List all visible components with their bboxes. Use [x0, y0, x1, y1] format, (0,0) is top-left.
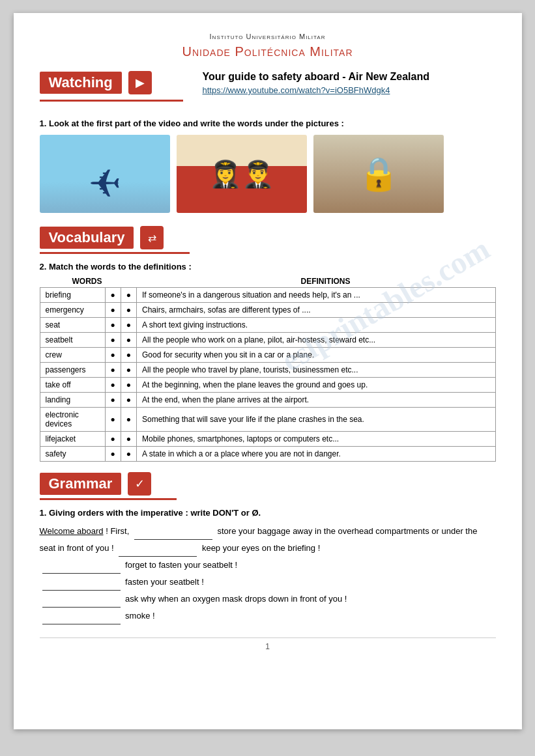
word-cell: safety [40, 447, 105, 462]
grammar-label: Grammar [40, 473, 122, 495]
definition-cell: Something that will save your life if th… [137, 408, 496, 432]
word-cell: take off [40, 378, 105, 393]
blank-4 [42, 590, 121, 591]
dot-left: ● [105, 378, 121, 393]
definition-cell: Good for security when you sit in a car … [137, 348, 496, 363]
word-cell: crew [40, 348, 105, 363]
table-row: seatbelt●●All the people who work on a p… [40, 333, 495, 348]
watching-label: Watching [40, 72, 122, 94]
dot-right: ● [121, 408, 136, 432]
word-cell: lifejacket [40, 432, 105, 447]
col-defs-header: DEFINITIONS [161, 277, 491, 286]
vocab-underline [40, 252, 190, 254]
word-cell: briefing [40, 288, 105, 303]
match-title: 2. Match the words to the definitions : [40, 262, 496, 272]
col-words-header: WORDS [45, 277, 130, 286]
table-row: landing●●At the end, when the plane arri… [40, 393, 495, 408]
dot-right: ● [121, 333, 136, 348]
page: eslprintables.com Instituto Universitári… [14, 13, 522, 729]
watching-right: Your guide to safety aboard - Air New Ze… [203, 71, 496, 104]
dot-left: ● [105, 288, 121, 303]
dot-right: ● [121, 393, 136, 408]
blank-5 [42, 607, 121, 608]
guide-link[interactable]: https://www.youtube.com/watch?v=iO5BFhWd… [203, 85, 496, 95]
word-cell: landing [40, 393, 105, 408]
welcome-board: Welcome aboard [40, 526, 104, 536]
dot-left: ● [105, 303, 121, 318]
watching-icon: ▶ [128, 71, 152, 94]
table-row: passengers●●All the people who travel by… [40, 363, 495, 378]
images-row [40, 135, 496, 213]
blank-6 [42, 624, 121, 624]
dot-right: ● [121, 378, 136, 393]
dot-left: ● [105, 432, 121, 447]
grammar-sentence-4: ask why when an oxygen mask drops down i… [40, 594, 347, 604]
watching-underline [40, 100, 183, 102]
table-row: briefing●●If someone's in a dangerous si… [40, 288, 495, 303]
dot-left: ● [105, 393, 121, 408]
dot-left: ● [105, 333, 121, 348]
dot-right: ● [121, 303, 136, 318]
vocab-table: briefing●●If someone's in a dangerous si… [40, 287, 496, 462]
grammar-text: Welcome aboard ! First, store your bagga… [40, 523, 496, 624]
watching-section: Watching ▶ Your guide to safety aboard -… [40, 71, 496, 109]
table-row: electronic devices●●Something that will … [40, 408, 495, 432]
vocab-icon: ⇄ [140, 226, 164, 249]
word-cell: passengers [40, 363, 105, 378]
dot-right: ● [121, 348, 136, 363]
dot-left: ● [105, 363, 121, 378]
word-cell: electronic devices [40, 408, 105, 432]
unit-title: Unidade Politécnica Militar [40, 44, 496, 59]
dot-right: ● [121, 318, 136, 333]
definition-cell: All the people who work on a plane, pilo… [137, 333, 496, 348]
word-cell: seatbelt [40, 333, 105, 348]
dot-left: ● [105, 447, 121, 462]
definition-cell: If someone's in a dangerous situation an… [137, 288, 496, 303]
institution-name: Instituto Universitário Militar [40, 33, 496, 40]
table-row: emergency●●Chairs, armchairs, sofas are … [40, 303, 495, 318]
definition-cell: All the people who travel by plane, tour… [137, 363, 496, 378]
blank-2 [119, 556, 197, 557]
definition-cell: Chairs, armchairs, sofas are different t… [137, 303, 496, 318]
dot-right: ● [121, 363, 136, 378]
table-row: take off●●At the beginning, when the pla… [40, 378, 495, 393]
grammar-icon: ✓ [128, 472, 151, 496]
grammar-instruction: 1. Giving orders with the imperative : w… [40, 508, 496, 518]
dot-left: ● [105, 318, 121, 333]
grammar-header: Grammar ✓ [40, 472, 496, 496]
watching-header: Watching ▶ [40, 71, 152, 94]
grammar-section: Grammar ✓ 1. Giving orders with the impe… [40, 472, 496, 624]
word-cell: seat [40, 318, 105, 333]
airplane-image [40, 135, 170, 213]
dot-right: ● [121, 288, 136, 303]
grammar-sentence-3: fasten your seatbelt ! [40, 577, 204, 587]
dot-right: ● [121, 432, 136, 447]
dot-left: ● [105, 408, 121, 432]
definition-cell: At the beginning, when the plane leaves … [137, 378, 496, 393]
vocabulary-section: Vocabulary ⇄ 2. Match the words to the d… [40, 226, 496, 462]
dot-left: ● [105, 348, 121, 363]
definition-cell: Mobile phones, smartphones, laptops or c… [137, 432, 496, 447]
grammar-sentence-5: smoke ! [40, 611, 155, 621]
table-row: safety●●A state in which a or a place wh… [40, 447, 495, 462]
staff-image [177, 135, 307, 213]
blank-3 [42, 573, 121, 574]
blank-1 [134, 539, 212, 540]
grammar-underline [40, 498, 177, 500]
seatbelt-image [313, 135, 444, 213]
definition-cell: At the end, when the plane arrives at th… [137, 393, 496, 408]
vocab-header: Vocabulary ⇄ [40, 226, 496, 249]
watch-instruction: 1. Look at the first part of the video a… [40, 119, 496, 128]
grammar-sentence-1: ! First, store your baggage away in the … [40, 526, 478, 553]
word-cell: emergency [40, 303, 105, 318]
table-row: crew●●Good for security when you sit in … [40, 348, 495, 363]
match-headers: WORDS DEFINITIONS [40, 277, 496, 286]
table-row: lifejacket●●Mobile phones, smartphones, … [40, 432, 495, 447]
dot-right: ● [121, 447, 136, 462]
page-number: 1 [40, 637, 496, 651]
table-row: seat●●A short text giving instructions. [40, 318, 495, 333]
guide-title: Your guide to safety aboard - Air New Ze… [203, 71, 496, 83]
definition-cell: A state in which a or a place where you … [137, 447, 496, 462]
definition-cell: A short text giving instructions. [137, 318, 496, 333]
watching-left: Watching ▶ [40, 71, 183, 109]
